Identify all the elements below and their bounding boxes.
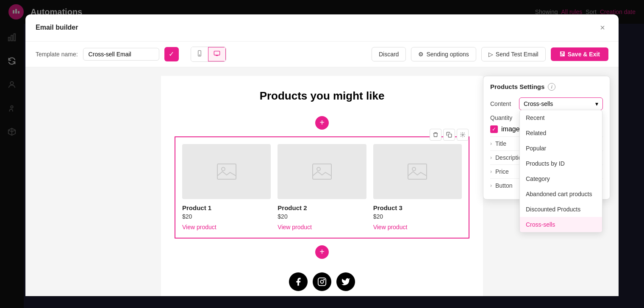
duplicate-block-button[interactable]: [443, 129, 455, 141]
ps-header: Products Settings i: [490, 83, 603, 91]
send-test-button[interactable]: ▷ Send Test Email: [481, 47, 546, 61]
chevron-down-icon: ▾: [595, 100, 598, 107]
svg-rect-19: [318, 277, 326, 285]
modal-close-button[interactable]: ×: [597, 21, 608, 34]
svg-rect-11: [448, 134, 452, 137]
svg-rect-17: [408, 164, 427, 179]
settings-block-button[interactable]: [457, 129, 469, 141]
facebook-icon: [289, 272, 308, 291]
products-block: Product 1 $20 View product: [175, 136, 469, 239]
product-image-3: [373, 144, 462, 199]
email-canvas-area: Products you might like +: [25, 67, 619, 296]
products-grid: Product 1 $20 View product: [182, 144, 462, 231]
product-image-2: [278, 144, 366, 199]
content-dropdown-menu: Recent Related Popular Products by ID Ca…: [519, 110, 602, 233]
modal-body: Products you might like +: [25, 67, 619, 296]
chevron-right-button: ›: [490, 183, 492, 189]
dropdown-item-related[interactable]: Related: [520, 125, 602, 141]
ps-section-price: Price: [495, 168, 509, 175]
chevron-right-price: ›: [490, 169, 492, 175]
svg-point-14: [222, 167, 225, 171]
ps-content-label: Content: [490, 100, 516, 107]
save-exit-button[interactable]: 🖫 Save & Exit: [551, 47, 608, 61]
email-builder-modal: Email builder × Template name: ✓: [25, 14, 619, 294]
discard-button[interactable]: Discard: [372, 47, 406, 61]
product-name-2: Product 2: [278, 204, 366, 211]
product-name-1: Product 1: [182, 204, 271, 211]
product-card-3: Product 3 $20 View product: [373, 144, 462, 231]
save-icon: 🖫: [559, 51, 565, 58]
instagram-icon: [313, 272, 331, 291]
plus-icon-2: +: [319, 247, 325, 257]
dropdown-item-discounted[interactable]: Discounted Products: [520, 202, 602, 217]
content-dropdown[interactable]: Cross-sells ▾ Recent Related Popular Pro…: [519, 97, 603, 110]
modal-overlay: Email builder × Template name: ✓: [0, 0, 644, 308]
plus-icon: +: [319, 118, 325, 128]
mobile-view-button[interactable]: [191, 47, 208, 61]
product-name-3: Product 3: [373, 204, 462, 211]
dropdown-item-products-by-id[interactable]: Products by ID: [520, 156, 602, 171]
delete-block-button[interactable]: [430, 129, 441, 141]
product-link-3[interactable]: View product: [373, 224, 408, 230]
dropdown-item-category[interactable]: Category: [520, 171, 602, 186]
ps-title: Products Settings: [490, 83, 544, 90]
add-block-top-button[interactable]: +: [315, 116, 329, 130]
product-card-2: Product 2 $20 View product: [278, 144, 366, 231]
chevron-right-title: ›: [490, 141, 492, 147]
dropdown-item-recent[interactable]: Recent: [520, 110, 602, 125]
svg-point-21: [324, 279, 325, 280]
content-dropdown-value: Cross-sells: [524, 100, 553, 107]
dropdown-item-abandoned-cart[interactable]: Abandoned cart products: [520, 186, 602, 202]
social-icons-row: [175, 272, 469, 291]
product-price-2: $20: [278, 213, 366, 220]
svg-point-9: [199, 55, 200, 55]
block-actions: [430, 129, 469, 141]
chevron-right-description: ›: [490, 155, 492, 161]
email-heading: Products you might like: [175, 89, 469, 103]
play-icon: ▷: [489, 51, 493, 58]
svg-rect-10: [214, 51, 219, 55]
device-toggle: [191, 47, 226, 62]
check-button[interactable]: ✓: [164, 47, 179, 61]
product-card-1: Product 1 $20 View product: [182, 144, 271, 231]
svg-point-12: [462, 134, 464, 136]
info-icon: i: [548, 83, 555, 91]
sending-options-button[interactable]: ⚙ Sending options: [411, 47, 476, 61]
product-link-2[interactable]: View product: [278, 224, 312, 230]
add-block-bottom-button[interactable]: +: [315, 245, 329, 259]
email-canvas: Products you might like +: [161, 76, 483, 296]
toolbar: Template name: ✓ Discard: [25, 42, 619, 67]
image-checkbox[interactable]: ✓: [490, 125, 498, 133]
svg-point-16: [317, 167, 320, 171]
svg-point-18: [412, 167, 416, 171]
modal-title: Email builder: [36, 24, 78, 31]
image-label: image: [501, 125, 520, 133]
products-settings-panel: Products Settings i Content Cross-sells …: [483, 76, 610, 200]
gear-icon: ⚙: [418, 51, 424, 58]
check-icon: ✓: [169, 50, 174, 58]
dropdown-item-popular[interactable]: Popular: [520, 141, 602, 156]
modal-header: Email builder ×: [25, 14, 619, 42]
ps-section-button: Button: [495, 182, 512, 189]
product-image-1: [182, 144, 271, 199]
svg-rect-15: [313, 164, 331, 179]
product-link-1[interactable]: View product: [182, 224, 217, 230]
template-name-label: Template name:: [36, 51, 78, 58]
product-price-1: $20: [182, 213, 271, 220]
ps-quantity-label: Quantity: [490, 114, 516, 121]
svg-rect-13: [217, 164, 236, 179]
product-price-3: $20: [373, 213, 462, 220]
svg-point-20: [320, 280, 323, 283]
template-name-input[interactable]: [83, 48, 159, 61]
twitter-icon: [336, 272, 355, 291]
ps-section-title: Title: [495, 140, 506, 147]
ps-content-row: Content Cross-sells ▾ Recent Related Pop…: [490, 97, 603, 110]
dropdown-item-cross-sells[interactable]: Cross-sells: [520, 217, 602, 232]
desktop-view-button[interactable]: [208, 47, 226, 61]
